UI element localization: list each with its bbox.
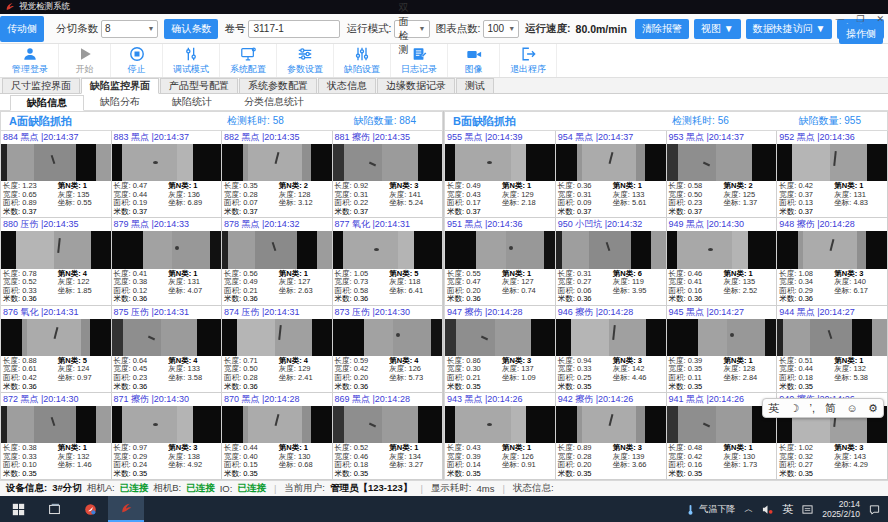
defect-thumbnail-image[interactable]: [112, 144, 222, 181]
minimize-button[interactable]: —: [835, 14, 844, 24]
close-button[interactable]: ✕: [876, 14, 884, 24]
drive-side-button[interactable]: 传动侧: [0, 16, 44, 42]
defect-cell[interactable]: 955 黑点 |20:14:39 长度: 0.49 宽度: 0.43 面积: 0…: [445, 131, 556, 218]
defect-cell[interactable]: 871 擦伤 |20:14:30 长度: 0.97 宽度: 0.29 面积: 0…: [112, 393, 223, 480]
view-menu-button[interactable]: 视图 ▼: [694, 19, 741, 39]
start-button[interactable]: [0, 496, 36, 522]
defect-cell[interactable]: 941 黑点 |20:14:26 长度: 0.48 宽度: 0.42 面积: 0…: [667, 393, 778, 480]
task-view-button[interactable]: [36, 496, 72, 522]
defect-thumbnail-image[interactable]: [667, 406, 777, 443]
weather-tray-item[interactable]: 气温下降: [685, 503, 735, 516]
defect-cell[interactable]: 944 黑点 |20:14:27 长度: 0.51 宽度: 0.44 面积: 0…: [777, 306, 888, 393]
defect-thumbnail-image[interactable]: [1, 231, 111, 268]
tray-expand-icon[interactable]: ︿: [744, 503, 753, 516]
defect-thumbnail-image[interactable]: [112, 231, 222, 268]
run-mode-select[interactable]: 双面检测 ▼: [394, 20, 429, 38]
defect-cell[interactable]: 880 压伤 |20:14:35 长度: 0.78 宽度: 0.52 面积: 0…: [1, 218, 112, 305]
defect-cell[interactable]: 872 黑点 |20:14:30 长度: 0.38 宽度: 0.33 面积: 0…: [1, 393, 112, 480]
defect-cell[interactable]: 875 压伤 |20:14:31 长度: 0.64 宽度: 0.45 面积: 0…: [112, 306, 223, 393]
chart-points-select[interactable]: 100 ▼: [483, 20, 519, 38]
notification-center-button[interactable]: [869, 504, 880, 515]
taskbar-app-ime[interactable]: [72, 496, 108, 522]
toolbar-button-stop[interactable]: 停止: [111, 44, 163, 77]
defect-cell[interactable]: 884 黑点 |20:14:37 长度: 1.23 宽度: 0.65 面积: 0…: [1, 131, 112, 218]
toolbar-button-debug[interactable]: 调试模式: [163, 44, 220, 77]
main-tab-6[interactable]: 测试: [456, 78, 494, 93]
data-quick-access-button[interactable]: 数据快捷访问 ▼: [746, 19, 833, 39]
ime-moon-icon[interactable]: ☽: [789, 402, 799, 415]
main-tab-0[interactable]: 尺寸监控界面: [2, 78, 80, 93]
sub-tab-3[interactable]: 分类信息统计: [228, 94, 320, 110]
defect-thumbnail-image[interactable]: [445, 231, 555, 268]
defect-thumbnail-image[interactable]: [333, 319, 443, 356]
maximize-button[interactable]: ❐: [856, 14, 864, 24]
defect-cell[interactable]: 879 黑点 |20:14:33 长度: 0.41 宽度: 0.38 面积: 0…: [112, 218, 223, 305]
defect-cell[interactable]: 947 擦伤 |20:14:28 长度: 0.86 宽度: 0.30 面积: 0…: [445, 306, 556, 393]
defect-thumbnail-image[interactable]: [556, 406, 666, 443]
defect-thumbnail-image[interactable]: [1, 406, 111, 443]
clock[interactable]: 20:14 2025/2/10: [822, 499, 860, 519]
defect-cell[interactable]: 877 氧化 |20:14:31 长度: 1.05 宽度: 0.73 面积: 0…: [333, 218, 444, 305]
defect-thumbnail-image[interactable]: [112, 319, 222, 356]
ime-settings-icon[interactable]: ⚙: [868, 402, 878, 415]
main-tab-4[interactable]: 状态信息: [318, 78, 376, 93]
volume-tray-item[interactable]: [762, 504, 773, 515]
defect-cell[interactable]: 954 黑点 |20:14:37 长度: 0.36 宽度: 0.31 面积: 0…: [556, 131, 667, 218]
defect-cell[interactable]: 951 黑点 |20:14:36 长度: 0.55 宽度: 0.47 面积: 0…: [445, 218, 556, 305]
confirm-count-button[interactable]: 确认条数: [164, 19, 218, 39]
defect-cell[interactable]: 870 黑点 |20:14:28 长度: 0.44 宽度: 0.40 面积: 0…: [222, 393, 333, 480]
toolbar-button-defect-settings[interactable]: 缺陷设置: [334, 44, 391, 77]
defect-cell[interactable]: 942 擦伤 |20:14:26 长度: 0.89 宽度: 0.28 面积: 0…: [556, 393, 667, 480]
toolbar-button-system-config[interactable]: 系统配置: [220, 44, 277, 77]
sub-tab-0[interactable]: 缺陷信息: [10, 95, 84, 111]
ime-emoji-icon[interactable]: ☺: [847, 402, 858, 414]
toolbar-button-exit[interactable]: 退出程序: [500, 44, 557, 77]
ime-simplified[interactable]: 简: [825, 401, 836, 416]
defect-cell[interactable]: 881 擦伤 |20:14:35 长度: 0.92 宽度: 0.31 面积: 0…: [333, 131, 444, 218]
main-tab-2[interactable]: 产品型号配置: [160, 78, 238, 93]
defect-thumbnail-image[interactable]: [1, 319, 111, 356]
defect-thumbnail-image[interactable]: [667, 144, 777, 181]
defect-cell[interactable]: 949 黑点 |20:14:30 长度: 0.46 宽度: 0.41 面积: 0…: [667, 218, 778, 305]
defect-thumbnail-image[interactable]: [445, 144, 555, 181]
defect-cell[interactable]: 882 黑点 |20:14:35 长度: 0.35 宽度: 0.28 面积: 0…: [222, 131, 333, 218]
defect-cell[interactable]: 952 黑点 |20:14:36 长度: 0.42 宽度: 0.37 面积: 0…: [777, 131, 888, 218]
defect-thumbnail-image[interactable]: [445, 319, 555, 356]
defect-cell[interactable]: 874 压伤 |20:14:31 长度: 0.71 宽度: 0.50 面积: 0…: [222, 306, 333, 393]
language-indicator[interactable]: 英: [782, 502, 793, 517]
defect-thumbnail-image[interactable]: [333, 144, 443, 181]
defect-thumbnail-image[interactable]: [333, 231, 443, 268]
main-tab-5[interactable]: 边缘数据记录: [377, 78, 455, 93]
defect-thumbnail-image[interactable]: [556, 231, 666, 268]
operator-side-button[interactable]: 操作侧: [839, 24, 883, 44]
defect-cell[interactable]: 869 黑点 |20:14:28 长度: 0.52 宽度: 0.46 面积: 0…: [333, 393, 444, 480]
toolbar-button-camera[interactable]: 图像: [448, 44, 500, 77]
defect-cell[interactable]: 943 黑点 |20:14:26 长度: 0.43 宽度: 0.39 面积: 0…: [445, 393, 556, 480]
ime-lang-en[interactable]: 英: [768, 401, 779, 416]
defect-cell[interactable]: 946 擦伤 |20:14:28 长度: 0.94 宽度: 0.33 面积: 0…: [556, 306, 667, 393]
defect-thumbnail-image[interactable]: [777, 319, 887, 356]
toolbar-button-user[interactable]: 管理登录: [2, 44, 59, 77]
taskbar-app-inspection[interactable]: [108, 496, 144, 522]
clear-alarm-button[interactable]: 清除报警: [635, 19, 689, 39]
defect-thumbnail-image[interactable]: [556, 319, 666, 356]
defect-thumbnail-image[interactable]: [777, 231, 887, 268]
defect-cell[interactable]: 948 擦伤 |20:14:28 长度: 1.08 宽度: 0.34 面积: 0…: [777, 218, 888, 305]
sub-tab-1[interactable]: 缺陷分布: [84, 94, 156, 110]
main-tab-3[interactable]: 系统参数配置: [239, 78, 317, 93]
defect-thumbnail-image[interactable]: [222, 231, 332, 268]
defect-thumbnail-image[interactable]: [222, 144, 332, 181]
defect-cell[interactable]: 876 氧化 |20:14:31 长度: 0.88 宽度: 0.61 面积: 0…: [1, 306, 112, 393]
defect-thumbnail-image[interactable]: [1, 144, 111, 181]
main-tab-1[interactable]: 缺陷监控界面: [81, 78, 159, 94]
defect-thumbnail-image[interactable]: [112, 406, 222, 443]
defect-thumbnail-image[interactable]: [222, 406, 332, 443]
defect-thumbnail-image[interactable]: [445, 406, 555, 443]
defect-cell[interactable]: 953 黑点 |20:14:37 长度: 0.58 宽度: 0.50 面积: 0…: [667, 131, 778, 218]
defect-thumbnail-image[interactable]: [667, 231, 777, 268]
roll-number-input[interactable]: [248, 20, 340, 38]
defect-thumbnail-image[interactable]: [222, 319, 332, 356]
defect-thumbnail-image[interactable]: [667, 319, 777, 356]
defect-cell[interactable]: 878 黑点 |20:14:32 长度: 0.56 宽度: 0.49 面积: 0…: [222, 218, 333, 305]
toolbar-button-play[interactable]: 开始: [59, 44, 111, 77]
